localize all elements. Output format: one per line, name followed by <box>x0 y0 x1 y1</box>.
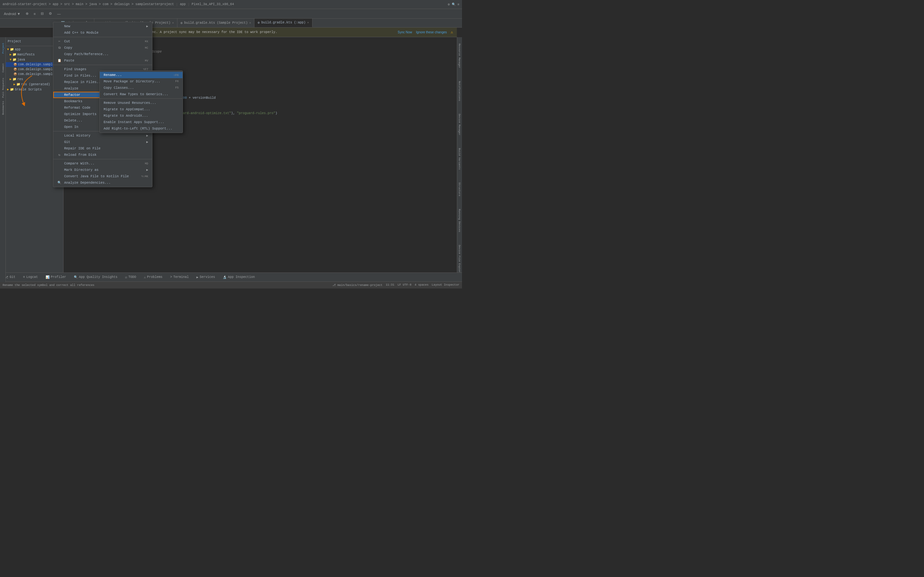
logcat-icon: ≡ <box>23 276 25 279</box>
tab-profiler[interactable]: 📊 Profiler <box>44 275 68 280</box>
tab-terminal[interactable]: > Terminal <box>168 275 191 279</box>
warning-icon: ⚠ <box>451 30 453 35</box>
right-panel-structure[interactable]: Structure <box>458 181 461 197</box>
manifests-icon: 📁 <box>13 53 16 56</box>
project-panel-title: Project <box>8 40 21 43</box>
toolbar-settings[interactable]: ⚙ <box>47 11 54 16</box>
right-panel-build-variants[interactable]: Build Variants <box>458 147 461 171</box>
problems-icon: ⚠ <box>144 276 145 279</box>
submenu-move-pkg[interactable]: Move Package or Directory... F6 <box>100 78 183 85</box>
menu-separator <box>100 98 183 99</box>
status-branch: ⎇ main/basics/rename-project <box>333 284 383 287</box>
menu-item-reload-disk[interactable]: ↻ Reload from Disk <box>53 152 152 158</box>
right-sidebar: Resource Manager Notifications Device Ma… <box>457 37 462 282</box>
status-location: 11:31 <box>386 284 394 287</box>
menu-item-convert-java[interactable]: Convert Java File to Kotlin File ⌥⇧⌘K <box>53 173 152 179</box>
toolbar-close[interactable]: — <box>55 11 63 16</box>
menu-item-copy-path[interactable]: Copy Path/Reference... <box>53 51 152 57</box>
quality-icon: 🔍 <box>74 276 78 279</box>
tab-problems[interactable]: ⚠ Problems <box>142 275 164 280</box>
services-icon: ▶ <box>196 276 198 279</box>
menu-item-git[interactable]: Git ▶ <box>53 139 152 145</box>
menu-separator <box>53 65 152 65</box>
right-panel-file-explorer[interactable]: Device File Explorer <box>458 243 461 277</box>
status-bar: Rename the selected symbol and correct a… <box>0 282 462 288</box>
menu-item-local-history[interactable]: Local History ▶ <box>53 132 152 139</box>
sync-now-button[interactable]: Sync Now <box>398 31 412 34</box>
toolbar-btn-3[interactable]: ⊟ <box>39 11 45 16</box>
menu-item-analyze-deps[interactable]: 🔍 Analyze Dependencies... <box>53 179 152 186</box>
folder-icon: ▶ <box>13 82 15 86</box>
submenu-rtl-support[interactable]: Add Right-to-Left (RTL) Support... <box>100 125 183 132</box>
tab-build-gradle-app[interactable]: ⚙ build.gradle.kts (:app) ✕ <box>254 19 312 27</box>
reload-icon: ↻ <box>57 153 61 157</box>
right-panel-running[interactable]: Running Devices <box>458 208 461 234</box>
tab-logcat[interactable]: ≡ Logcat <box>21 275 40 279</box>
submenu-migrate-androidx[interactable]: Migrate to AndroidX... <box>100 113 183 119</box>
sidebar-icons: Project Commit Pull Requests Bookmarks <box>0 37 6 282</box>
status-message: Rename the selected symbol and correct a… <box>3 284 94 287</box>
folder-icon: ▼ <box>10 58 11 61</box>
app-folder-icon: 📁 <box>10 47 14 51</box>
res-gen-icon: 📁 <box>16 82 20 86</box>
tab-app-inspection[interactable]: 🔬 App Inspection <box>221 275 257 280</box>
right-panel-notifications[interactable]: Notifications <box>458 80 461 102</box>
folder-icon: ▶ <box>7 87 9 91</box>
pkg-icon: 📦 <box>13 73 17 76</box>
profiler-icon: 📊 <box>45 276 49 279</box>
menu-item-cut[interactable]: ✂ Cut ⌘X <box>53 38 152 45</box>
status-layout-inspector[interactable]: Layout Inspector <box>432 284 459 287</box>
folder-icon: ▶ <box>10 53 11 56</box>
pkg-icon: 📦 <box>13 68 17 71</box>
bottom-bar: ⎇ Git ≡ Logcat 📊 Profiler 🔍 App Quality … <box>0 272 462 282</box>
tab-app-quality[interactable]: 🔍 App Quality Insights <box>72 275 120 280</box>
menu-item-new[interactable]: New ▶ <box>53 23 152 29</box>
analyze-icon: 🔍 <box>57 181 61 185</box>
sidebar-project-icon[interactable]: Project <box>0 39 5 58</box>
folder-icon: ▶ <box>10 77 11 81</box>
toolbar-btn-1[interactable]: ⊕ <box>24 11 31 16</box>
refactor-submenu: Rename... ⇧F6 Move Package or Directory.… <box>99 71 183 133</box>
ignore-changes-button[interactable]: Ignore these changes <box>416 31 447 34</box>
menu-item-add-cpp[interactable]: Add C++ to Module <box>53 29 152 36</box>
breadcrumb: android-starter-project > app > src > ma… <box>3 3 174 6</box>
menu-item-repair-ide[interactable]: Repair IDE on File <box>53 145 152 152</box>
toolbar: Android ▼ ⊕ ≡ ⊟ ⚙ — <box>0 9 462 19</box>
menu-item-copy[interactable]: ⧉ Copy ⌘C <box>53 45 152 51</box>
submenu-instant-apps[interactable]: Enable Instant Apps Support... <box>100 119 183 125</box>
sidebar-bookmarks-icon[interactable]: Bookmarks <box>0 98 5 117</box>
submenu-convert-raw[interactable]: Convert Raw Types to Generics... <box>100 91 183 97</box>
paste-icon: 📋 <box>57 59 61 63</box>
menu-item-paste[interactable]: 📋 Paste ⌘V <box>53 57 152 64</box>
android-dropdown[interactable]: Android ▼ <box>2 11 23 16</box>
status-encoding: LF UTF-8 <box>397 284 411 287</box>
res-icon: 📁 <box>13 77 16 81</box>
submenu-migrate-appcompat[interactable]: Migrate to AppCompat... <box>100 106 183 113</box>
menu-item-compare[interactable]: Compare With... ⌘D <box>53 160 152 167</box>
menu-item-mark-dir[interactable]: Mark Directory as ▶ <box>53 167 152 173</box>
status-indent: 4 spaces <box>415 284 428 287</box>
pkg-icon: 📦 <box>13 63 17 66</box>
todo-icon: ☑ <box>125 276 127 279</box>
java-icon: 📁 <box>13 58 16 61</box>
gradle-icon: 📁 <box>10 87 14 91</box>
sidebar-commit-icon[interactable]: Commit <box>0 58 5 77</box>
submenu-rename[interactable]: Rename... ⇧F6 <box>100 72 183 78</box>
terminal-icon: > <box>170 276 172 279</box>
tab-todo[interactable]: ☑ TODO <box>123 275 138 280</box>
title-bar: android-starter-project > app > src > ma… <box>0 0 462 9</box>
sidebar-pull-icon[interactable]: Pull Requests <box>0 78 5 97</box>
cut-icon: ✂ <box>57 39 61 43</box>
tab-build-gradle-project[interactable]: ⚙ build.gradle.kts (Sample Project) ✕ <box>178 19 255 27</box>
submenu-remove-unused[interactable]: Remove Unused Resources... <box>100 100 183 106</box>
inspection-icon: 🔬 <box>223 276 226 279</box>
copy-icon: ⧉ <box>57 46 61 50</box>
right-panel-device-mgr[interactable]: Device Manager <box>458 113 461 137</box>
submenu-copy-classes[interactable]: Copy Classes... F5 <box>100 85 183 91</box>
right-panel-resource[interactable]: Resource Manager <box>458 42 461 69</box>
folder-icon: ▼ <box>7 48 9 51</box>
toolbar-btn-2[interactable]: ≡ <box>32 11 37 16</box>
tab-services[interactable]: ▶ Services <box>194 275 217 280</box>
